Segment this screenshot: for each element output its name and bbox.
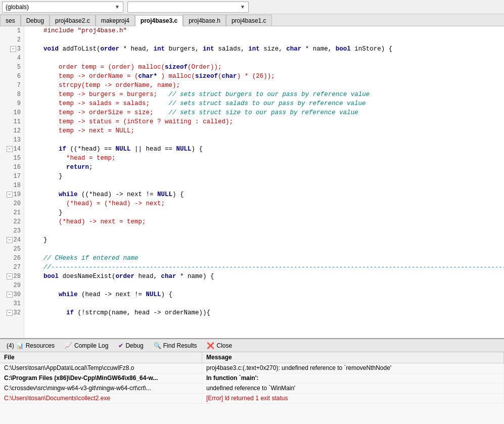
code-line-21: } bbox=[24, 208, 504, 217]
line-3[interactable]: −3 bbox=[0, 44, 24, 54]
code-line-8: temp -> burgers = burgers; // sets struc… bbox=[24, 90, 504, 99]
fold-14-icon[interactable]: − bbox=[7, 146, 13, 152]
tab-num-resources: (4) bbox=[7, 342, 14, 349]
line-17: 17 bbox=[0, 172, 24, 181]
code-line-22: (*head) -> next = temp; bbox=[24, 217, 504, 226]
tab-find-results[interactable]: 🔍 Find Results bbox=[149, 340, 202, 351]
tab-proj4base2c[interactable]: proj4base2.c bbox=[50, 15, 96, 26]
code-line-7: strcpy(temp -> orderName, name); bbox=[24, 81, 504, 90]
code-line-18 bbox=[24, 181, 504, 190]
bottom-panel: (4) 📊 Resources 📈 Compile Log ✔ Debug 🔍 … bbox=[0, 338, 504, 424]
tab-makeproj4[interactable]: makeproj4 bbox=[96, 15, 135, 26]
code-line-6: temp -> orderName = (char* ) malloc(size… bbox=[24, 72, 504, 81]
code-line-1: #include "proj4base.h" bbox=[24, 26, 504, 35]
line-12: 12 bbox=[0, 126, 24, 135]
code-line-29 bbox=[24, 281, 504, 290]
tab-compile-log[interactable]: 📈 Compile Log bbox=[60, 340, 113, 351]
line-13: 13 bbox=[0, 135, 24, 145]
tab-resources[interactable]: (4) 📊 Resources bbox=[2, 340, 59, 351]
result-file-1: C:\Users\tosan\AppData\Local\Temp\ccuwlF… bbox=[0, 363, 202, 373]
fold-3-icon[interactable]: − bbox=[10, 46, 16, 52]
fold-32-icon[interactable]: − bbox=[7, 310, 13, 316]
code-line-16: return; bbox=[24, 163, 504, 172]
globals-dropdown[interactable]: (globals) ▼ bbox=[2, 2, 123, 13]
code-line-9: temp -> salads = salads; // sets struct … bbox=[24, 99, 504, 108]
result-message-2: In function `main': bbox=[202, 373, 504, 383]
code-line-5: order temp = (order) malloc(sizeof(Order… bbox=[24, 63, 504, 72]
line-8: 8 bbox=[0, 90, 24, 99]
line-30[interactable]: −30 bbox=[0, 290, 24, 299]
tab-proj4baseh[interactable]: proj4base.h bbox=[183, 15, 226, 26]
result-row-4: C:\Users\tosan\Documents\collect2.exe [E… bbox=[0, 394, 504, 404]
result-file-2: C:\Program Files (x86)\Dev-Cpp\MinGW64\x… bbox=[0, 373, 202, 383]
top-toolbar: (globals) ▼ ▼ bbox=[0, 0, 504, 14]
line-29: 29 bbox=[0, 281, 24, 290]
result-message-4: [Error] ld returned 1 exit status bbox=[202, 394, 504, 403]
close-icon: ❌ bbox=[207, 342, 214, 349]
line-23: 23 bbox=[0, 226, 24, 235]
code-line-24: } bbox=[24, 235, 504, 245]
line-15: 15 bbox=[0, 154, 24, 163]
result-message-1: proj4base3.c:(.text+0x270): undefined re… bbox=[202, 363, 504, 373]
code-line-23 bbox=[24, 226, 504, 235]
result-row-3: C:\crossdev\src\mingw-w64-v3-git\mingw-w… bbox=[0, 384, 504, 394]
code-line-26: // CHeeks if entered name bbox=[24, 254, 504, 263]
tabs-bar: ses Debug proj4base2.c makeproj4 proj4ba… bbox=[0, 14, 504, 26]
find-results-label: Find Results bbox=[163, 342, 197, 349]
result-message-3: undefined reference to `WinMain' bbox=[202, 384, 504, 393]
code-line-31 bbox=[24, 299, 504, 308]
line-19[interactable]: −19 bbox=[0, 190, 24, 199]
fold-19-icon[interactable]: − bbox=[7, 192, 13, 198]
line-28[interactable]: −28 bbox=[0, 272, 24, 281]
line-25: 25 bbox=[0, 245, 24, 254]
line-9: 9 bbox=[0, 99, 24, 108]
code-line-15: *head = temp; bbox=[24, 154, 504, 163]
line-18: 18 bbox=[0, 181, 24, 190]
compilelog-icon: 📈 bbox=[65, 342, 72, 349]
tab-close[interactable]: ❌ Close bbox=[202, 340, 237, 351]
line-32[interactable]: −32 bbox=[0, 308, 24, 317]
code-line-2 bbox=[24, 35, 504, 44]
code-line-14: if ((*head) == NULL || head == NULL) { bbox=[24, 145, 504, 154]
close-label: Close bbox=[216, 342, 232, 349]
line-1: 1 bbox=[0, 26, 24, 35]
line-20: 20 bbox=[0, 199, 24, 208]
right-arrow-icon: ▼ bbox=[240, 4, 245, 10]
compilelog-label: Compile Log bbox=[74, 342, 108, 349]
line-14[interactable]: −14 bbox=[0, 145, 24, 154]
code-line-17: } bbox=[24, 172, 504, 181]
code-line-28: bool doesNameExist(order head, char * na… bbox=[24, 272, 504, 281]
fold-30-icon[interactable]: − bbox=[7, 292, 13, 298]
tab-proj4base3c[interactable]: proj4base3.c bbox=[135, 15, 183, 26]
debug-icon: ✔ bbox=[118, 342, 123, 349]
line-5: 5 bbox=[0, 63, 24, 72]
code-line-20: (*head) = (*head) -> next; bbox=[24, 199, 504, 208]
tab-ses[interactable]: ses bbox=[0, 15, 21, 26]
tab-proj4base1c[interactable]: proj4base1.c bbox=[226, 15, 272, 26]
code-line-27: //--------------------------------------… bbox=[24, 263, 504, 272]
result-row-2: C:\Program Files (x86)\Dev-Cpp\MinGW64\x… bbox=[0, 373, 504, 384]
fold-24-icon[interactable]: − bbox=[7, 237, 13, 243]
line-6: 6 bbox=[0, 72, 24, 81]
code-line-4 bbox=[24, 54, 504, 63]
fold-28-icon[interactable]: − bbox=[7, 273, 13, 279]
resources-icon: 📊 bbox=[16, 342, 24, 349]
globals-arrow-icon: ▼ bbox=[115, 4, 120, 10]
code-line-32: if (!strcmp(name, head -> orderName)){ bbox=[24, 308, 504, 317]
tab-debug-bottom[interactable]: ✔ Debug bbox=[114, 340, 148, 351]
line-24[interactable]: −24 bbox=[0, 235, 24, 245]
code-area[interactable]: #include "proj4base.h" void addToList(or… bbox=[24, 26, 504, 338]
file-header: File bbox=[0, 352, 202, 363]
line-21: 21 bbox=[0, 208, 24, 217]
line-numbers: 1 2 −3 4 5 6 7 8 9 10 11 12 13 −14 15 16… bbox=[0, 26, 24, 338]
tab-debug[interactable]: Debug bbox=[21, 15, 50, 26]
line-4: 4 bbox=[0, 54, 24, 63]
right-dropdown[interactable]: ▼ bbox=[127, 2, 249, 13]
result-file-4: C:\Users\tosan\Documents\collect2.exe bbox=[0, 394, 202, 403]
resources-label: Resources bbox=[26, 342, 55, 349]
code-line-25 bbox=[24, 245, 504, 254]
code-line-30: while (head -> next != NULL) { bbox=[24, 290, 504, 299]
code-line-19: while ((*head) -> next != NULL) { bbox=[24, 190, 504, 199]
globals-label: (globals) bbox=[6, 4, 29, 11]
line-11: 11 bbox=[0, 117, 24, 126]
